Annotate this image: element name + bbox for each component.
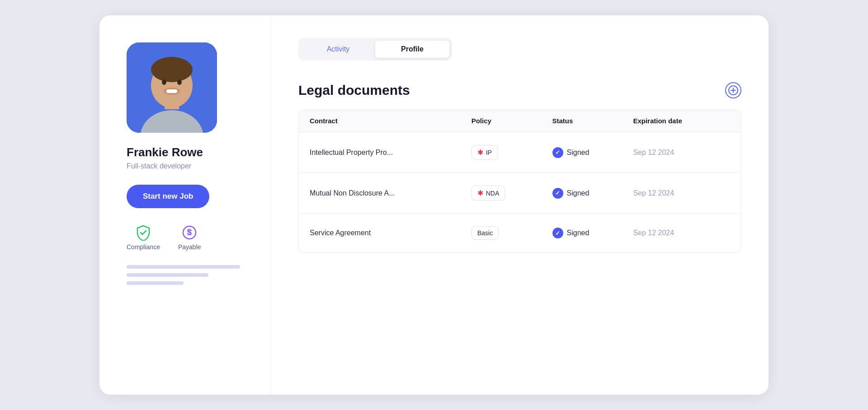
main-content: Activity Profile Legal documents Contrac… [271, 15, 769, 395]
table-row: Intellectual Property Pro... ✱ IP Signed… [299, 132, 741, 173]
policy-label: Basic [477, 229, 493, 237]
policy-badge-ip: ✱ IP [472, 145, 498, 160]
status-cell: Signed [552, 147, 633, 158]
svg-point-6 [162, 79, 166, 85]
user-role: Full-stack developer [127, 162, 191, 170]
progress-bar-3 [127, 281, 184, 285]
stats-row: Compliance $ Payable [127, 224, 201, 251]
expiry-date: Sep 12 2024 [633, 189, 730, 197]
table-header: Contract Policy Status Expiration date [299, 110, 741, 132]
shield-check-icon [135, 224, 151, 241]
contract-name: Service Agreement [310, 229, 472, 237]
col-status: Status [552, 117, 633, 125]
compliance-label: Compliance [127, 243, 160, 251]
status-label: Signed [567, 189, 590, 197]
table-row: Service Agreement Basic Signed Sep 12 20… [299, 214, 741, 252]
policy-label: IP [486, 149, 492, 156]
policy-badge-basic: Basic [472, 226, 499, 240]
col-contract: Contract [310, 117, 472, 125]
policy-badge-nda: ✱ NDA [472, 186, 505, 200]
policy-label: NDA [486, 190, 500, 197]
status-cell: Signed [552, 188, 633, 199]
contract-name: Mutual Non Disclosure A... [310, 189, 472, 197]
user-name: Frankie Rowe [127, 145, 203, 159]
contract-name: Intellectual Property Pro... [310, 149, 472, 157]
asterisk-icon: ✱ [477, 148, 483, 157]
asterisk-icon: ✱ [477, 189, 483, 197]
payable-label: Payable [178, 243, 201, 251]
sidebar: Frankie Rowe Full-stack developer Start … [99, 15, 271, 395]
col-expiration: Expiration date [633, 117, 730, 125]
main-card: Frankie Rowe Full-stack developer Start … [99, 15, 769, 395]
signed-check-icon [552, 228, 563, 238]
legal-documents-header: Legal documents [298, 82, 741, 98]
policy-cell: ✱ NDA [472, 186, 552, 200]
start-new-job-button[interactable]: Start new Job [127, 185, 209, 208]
status-label: Signed [567, 229, 590, 237]
progress-bar-1 [127, 265, 240, 269]
policy-cell: ✱ IP [472, 145, 552, 160]
compliance-stat: Compliance [127, 224, 160, 251]
status-cell: Signed [552, 228, 633, 238]
svg-rect-8 [166, 89, 177, 93]
plus-circle-icon [728, 85, 738, 95]
signed-check-icon [552, 188, 563, 199]
payable-stat: $ Payable [178, 224, 201, 251]
table-row: Mutual Non Disclosure A... ✱ NDA Signed … [299, 173, 741, 214]
tab-activity[interactable]: Activity [301, 41, 375, 58]
documents-table: Contract Policy Status Expiration date I… [298, 109, 741, 253]
status-label: Signed [567, 149, 590, 157]
svg-point-4 [151, 57, 193, 82]
tabs-container: Activity Profile [298, 38, 452, 61]
expiry-date: Sep 12 2024 [633, 229, 730, 237]
legal-documents-title: Legal documents [298, 83, 410, 98]
avatar [127, 42, 217, 133]
signed-check-icon [552, 147, 563, 158]
svg-point-7 [177, 79, 182, 85]
col-policy: Policy [472, 117, 552, 125]
progress-bars [127, 265, 253, 285]
policy-cell: Basic [472, 226, 552, 240]
add-document-button[interactable] [725, 82, 741, 98]
dollar-circle-icon: $ [181, 224, 198, 241]
expiry-date: Sep 12 2024 [633, 149, 730, 157]
progress-bar-2 [127, 273, 208, 277]
tab-profile[interactable]: Profile [375, 41, 449, 58]
